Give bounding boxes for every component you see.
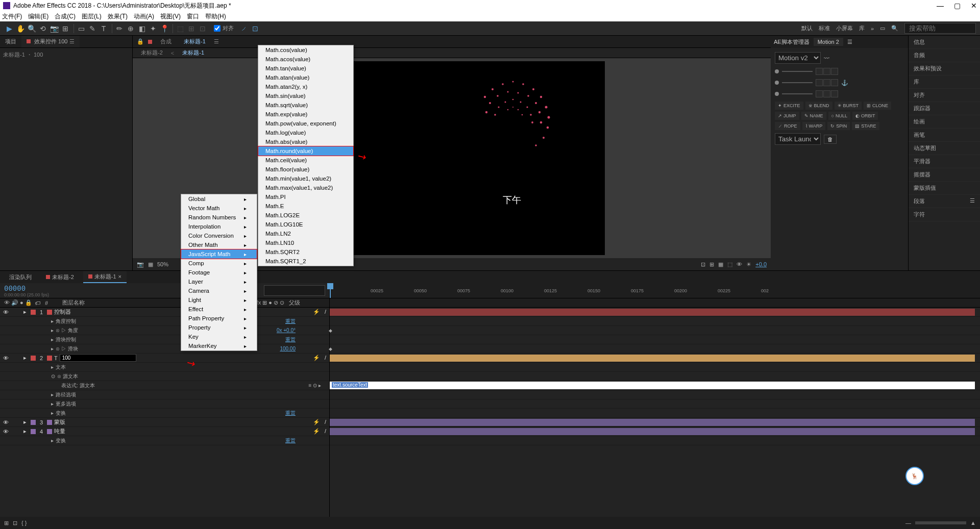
- text-tool-icon[interactable]: T: [99, 23, 109, 34]
- track-row[interactable]: [330, 308, 980, 317]
- menu-item-vector-math[interactable]: Vector Math▸: [181, 204, 257, 213]
- menu-item-key[interactable]: Key▸: [181, 332, 257, 341]
- res-icon[interactable]: ⊡: [701, 261, 705, 268]
- motion-spin-button[interactable]: ↻SPIN: [827, 122, 850, 130]
- view-axis-icon[interactable]: ⊡: [198, 23, 208, 34]
- eraser-tool-icon[interactable]: ◧: [137, 23, 147, 34]
- snap-option2-icon[interactable]: ⊡: [250, 23, 260, 34]
- menu-item-other-math[interactable]: Other Math▸: [181, 240, 257, 249]
- menu-item-math-round-value-[interactable]: Math.round(value): [258, 146, 354, 156]
- motion-warp-button[interactable]: ⌇WARP: [802, 122, 826, 130]
- side-panel-12[interactable]: 段落☰: [909, 195, 980, 208]
- menu-item-math-ln10[interactable]: Math.LN10: [258, 238, 353, 247]
- menu-edit[interactable]: 编辑(E): [28, 12, 48, 21]
- roto-tool-icon[interactable]: ✦: [148, 23, 158, 34]
- menu-item-footage[interactable]: Footage▸: [181, 268, 257, 277]
- motion-jump-button[interactable]: ↗JUMP: [775, 112, 799, 120]
- toggle-brackets-icon[interactable]: { }: [21, 520, 27, 526]
- slider-3[interactable]: [782, 93, 813, 94]
- menu-view[interactable]: 视图(V): [160, 12, 181, 21]
- zoom-tool-icon[interactable]: 🔍: [27, 23, 37, 34]
- menu-item-math-log10e[interactable]: Math.LOG10E: [258, 220, 353, 229]
- motion2-tab[interactable]: Motion 2: [814, 38, 843, 46]
- current-time[interactable]: 00000: [4, 284, 49, 292]
- layer-row[interactable]: ▸文本: [0, 363, 329, 372]
- side-panel-5[interactable]: 跟踪器: [909, 102, 980, 115]
- effect-controls-tab[interactable]: 效果控件 100☰: [21, 36, 80, 47]
- motion-preset-select[interactable]: Motion v2: [775, 52, 821, 64]
- side-panel-11[interactable]: 蒙版插值: [909, 182, 980, 195]
- menu-item-math-e[interactable]: Math.E: [258, 201, 353, 211]
- comp-locked-icon[interactable]: 🔒: [137, 38, 144, 45]
- side-panel-4[interactable]: 对齐: [909, 89, 980, 102]
- side-panel-9[interactable]: 平滑器: [909, 155, 980, 168]
- menu-item-path-property[interactable]: Path Property▸: [181, 314, 257, 323]
- workspace-more-icon[interactable]: »: [871, 26, 874, 32]
- side-panel-6[interactable]: 绘画: [909, 115, 980, 129]
- task-launch-select[interactable]: Task Launch: [775, 133, 821, 145]
- graph-icon[interactable]: 〰: [824, 55, 829, 61]
- track-row[interactable]: ◆: [330, 326, 980, 335]
- motion-null-button[interactable]: ○NULL: [828, 112, 850, 120]
- layer-row[interactable]: ▸⊙ ▷ 角度0x +0.0°: [0, 326, 329, 335]
- track-row[interactable]: [330, 436, 980, 445]
- menu-item-math-floor-value-[interactable]: Math.floor(value): [258, 165, 353, 174]
- menu-effect[interactable]: 效果(T): [108, 12, 128, 21]
- side-panel-7[interactable]: 画笔: [909, 129, 980, 142]
- active-comp-tab[interactable]: 未标题-1: [180, 37, 210, 46]
- close-tab-icon[interactable]: ☰: [69, 38, 75, 44]
- layer-row[interactable]: 👁▸3蒙版⚡ /: [0, 418, 329, 427]
- snap-checkbox[interactable]: [214, 25, 220, 32]
- track-row[interactable]: text.sourceText: [330, 381, 980, 390]
- view-icon[interactable]: 👁: [737, 261, 742, 267]
- menu-composition[interactable]: 合成(C): [55, 12, 76, 21]
- menu-item-effect[interactable]: Effect▸: [181, 305, 257, 314]
- workspace-default[interactable]: 默认: [801, 24, 813, 32]
- menu-item-math-exp-value-[interactable]: Math.exp(value): [258, 110, 353, 119]
- close-tab-icon[interactable]: ×: [118, 273, 121, 280]
- motion-blend-button[interactable]: ※BLEND: [805, 102, 832, 110]
- menu-item-math-cos-value-[interactable]: Math.cos(value): [258, 45, 353, 55]
- layer-row[interactable]: ▸路径选项: [0, 390, 329, 399]
- track-row[interactable]: [330, 372, 980, 381]
- menu-item-color-conversion[interactable]: Color Conversion▸: [181, 231, 257, 240]
- exposure-value[interactable]: +0.0: [755, 261, 767, 267]
- motion-burst-button[interactable]: ✳BURST: [835, 102, 862, 110]
- zoom-in-icon[interactable]: ▲: [970, 520, 976, 526]
- minimize-button[interactable]: —: [937, 2, 944, 10]
- project-tab[interactable]: 项目: [0, 36, 21, 47]
- track-row[interactable]: [330, 317, 980, 326]
- motion-rope-button[interactable]: ⟋ROPE: [775, 122, 800, 130]
- timeline-zoom-slider[interactable]: [915, 521, 966, 524]
- menu-item-markerkey[interactable]: MarkerKey▸: [181, 341, 257, 350]
- exposure-icon[interactable]: ☀: [746, 261, 751, 268]
- workspace-standard[interactable]: 标准: [819, 24, 830, 32]
- world-axis-icon[interactable]: ⊞: [186, 23, 197, 34]
- menu-window[interactable]: 窗口: [187, 12, 199, 21]
- menu-item-math-sqrt1-2[interactable]: Math.SQRT1_2: [258, 257, 353, 266]
- layer-row[interactable]: ▸变换重置: [0, 436, 329, 445]
- menu-item-math-sin-value-[interactable]: Math.sin(value): [258, 91, 353, 100]
- menu-animation[interactable]: 动画(A): [134, 12, 154, 21]
- workspace-library[interactable]: 库: [859, 24, 865, 32]
- rect-tool-icon[interactable]: ▭: [76, 23, 86, 34]
- workspace-icon[interactable]: ▭: [880, 25, 885, 32]
- comp2-tab[interactable]: 未标题-2: [41, 272, 79, 283]
- menu-file[interactable]: 文件(F): [2, 12, 22, 21]
- zoom-out-icon[interactable]: —: [905, 520, 911, 526]
- expression-field[interactable]: text.sourceText: [330, 382, 975, 389]
- menu-item-math-sqrt-value-[interactable]: Math.sqrt(value): [258, 100, 353, 110]
- menu-help[interactable]: 帮助(H): [205, 12, 226, 21]
- menu-item-math-tan-value-[interactable]: Math.tan(value): [258, 64, 353, 73]
- menu-item-interpolation[interactable]: Interpolation▸: [181, 222, 257, 231]
- search-input[interactable]: [904, 23, 976, 34]
- slider-2[interactable]: [782, 82, 813, 83]
- motion-stare-button[interactable]: ▤STARE: [852, 122, 879, 130]
- menu-item-light[interactable]: Light▸: [181, 295, 257, 305]
- delete-icon[interactable]: 🗑: [824, 135, 837, 144]
- track-row[interactable]: [330, 390, 980, 399]
- track-row[interactable]: [330, 399, 980, 409]
- menu-item-math-acos-value-[interactable]: Math.acos(value): [258, 55, 353, 64]
- menu-item-property[interactable]: Property▸: [181, 323, 257, 332]
- motion-orbit-button[interactable]: ◐ORBIT: [852, 112, 878, 120]
